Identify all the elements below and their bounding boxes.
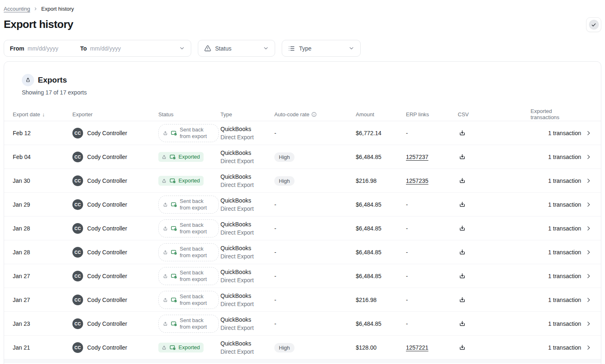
download-icon	[459, 344, 466, 351]
avatar: CC	[72, 175, 83, 186]
type-filter-label: Type	[299, 45, 345, 52]
download-icon	[459, 320, 466, 327]
download-icon	[459, 153, 466, 161]
table-row[interactable]: Feb 04 CC Cody Controller Exported Quick…	[4, 145, 601, 169]
erp-link: -	[406, 273, 408, 279]
auto-code-cell: -	[274, 249, 356, 256]
table-row[interactable]: Jan 27 CC Cody Controller Sent back from…	[4, 288, 601, 312]
type-cell: QuickBooks Direct Export	[220, 196, 274, 213]
table-row[interactable]: Feb 12 CC Cody Controller Sent back from…	[4, 121, 601, 145]
exporter-cell: CC Cody Controller	[72, 247, 158, 258]
transactions-count: 1 transaction	[548, 177, 581, 184]
type-cell: QuickBooks Direct Export	[220, 316, 274, 332]
csv-download-button[interactable]	[458, 295, 467, 304]
erp-link: -	[406, 320, 408, 327]
table-row[interactable]: Jan 28 CC Cody Controller Sent back from…	[4, 240, 601, 264]
auto-code-badge: -	[274, 201, 276, 208]
download-icon	[459, 296, 466, 304]
status-filter-dropdown[interactable]: Status	[198, 40, 275, 57]
filter-bar: From To Status Type	[4, 40, 601, 57]
erp-link-cell: -	[406, 201, 458, 208]
to-date-input[interactable]	[90, 45, 176, 52]
row-chevron-right-icon[interactable]	[585, 249, 592, 256]
erp-link[interactable]: 1257235	[406, 177, 429, 184]
column-header-export-date[interactable]: Export date ↓	[13, 111, 72, 117]
breadcrumb-accounting-link[interactable]: Accounting	[4, 6, 30, 12]
chevron-down-icon	[263, 45, 269, 51]
avatar: CC	[72, 342, 83, 353]
table-row[interactable]: Jan 29 CC Cody Controller Sent back from…	[4, 193, 601, 217]
status-badge: Sent back from export	[158, 243, 219, 261]
send-back-icon	[161, 345, 167, 350]
exported-check-icon	[171, 249, 177, 256]
date-range-filter[interactable]: From To	[4, 40, 191, 57]
csv-cell	[458, 272, 531, 281]
amount: $6,484.85	[356, 225, 406, 232]
avatar: CC	[72, 128, 83, 138]
erp-link-cell: -	[406, 249, 458, 256]
avatar: CC	[72, 271, 83, 281]
row-chevron-right-icon[interactable]	[585, 344, 592, 351]
status-label: Sent back from export	[180, 270, 213, 283]
csv-download-button[interactable]	[458, 248, 467, 257]
csv-download-button[interactable]	[458, 200, 467, 209]
exported-check-icon	[169, 344, 176, 351]
table-row[interactable]: Jan 21 CC Cody Controller Exported Quick…	[4, 336, 601, 359]
info-icon[interactable]	[311, 112, 317, 117]
csv-download-button[interactable]	[458, 319, 467, 328]
erp-link-cell: -	[406, 130, 458, 136]
csv-download-button[interactable]	[458, 272, 467, 281]
csv-download-button[interactable]	[458, 176, 467, 185]
status-cell: Sent back from export	[158, 243, 220, 261]
transactions-count: 1 transaction	[548, 297, 581, 303]
export-type: QuickBooks	[220, 125, 274, 133]
row-chevron-right-icon[interactable]	[585, 177, 592, 184]
auto-code-cell: High	[274, 344, 356, 351]
status-check-button[interactable]	[586, 17, 601, 32]
list-icon	[288, 45, 295, 52]
table-row[interactable]: Jan 30 CC Cody Controller Exported Quick…	[4, 169, 601, 193]
export-date: Jan 28	[13, 249, 72, 256]
download-icon	[459, 272, 466, 280]
export-type: QuickBooks	[220, 339, 274, 348]
column-header-exported-transactions: Exported transactions	[531, 108, 581, 120]
table-row[interactable]: Jan 28 CC Cody Controller Sent back from…	[4, 217, 601, 240]
auto-code-badge: -	[274, 249, 276, 256]
status-cell: Exported	[158, 176, 220, 186]
auto-code-badge: -	[274, 273, 276, 279]
erp-link[interactable]: 1257237	[406, 154, 429, 160]
status-cell: Sent back from export	[158, 196, 220, 214]
row-chevron-right-icon[interactable]	[585, 130, 592, 136]
status-label: Sent back from export	[180, 317, 213, 330]
send-back-icon	[161, 178, 167, 184]
amount: $6,484.85	[356, 273, 406, 279]
exporter-name: Cody Controller	[87, 273, 127, 279]
row-chevron-right-icon[interactable]	[585, 154, 592, 160]
from-date-input[interactable]	[28, 45, 77, 52]
page-title: Export history	[4, 18, 601, 31]
type-filter-dropdown[interactable]: Type	[282, 40, 361, 57]
status-badge: Sent back from export	[158, 315, 219, 333]
export-subtype: Direct Export	[220, 228, 274, 237]
erp-link-cell: -	[406, 297, 458, 303]
table-row[interactable]: Jan 23 CC Cody Controller Sent back from…	[4, 312, 601, 336]
csv-download-button[interactable]	[458, 129, 467, 138]
exported-check-icon	[169, 177, 176, 184]
csv-download-button[interactable]	[458, 343, 467, 352]
erp-link[interactable]: 1257221	[406, 344, 429, 351]
chevron-right-icon	[33, 7, 38, 11]
type-cell: QuickBooks Direct Export	[220, 125, 274, 141]
table-row[interactable]: Jan 27 CC Cody Controller Sent back from…	[4, 264, 601, 288]
csv-download-button[interactable]	[458, 224, 467, 233]
row-chevron-right-icon[interactable]	[585, 297, 592, 303]
type-cell: QuickBooks Direct Export	[220, 173, 274, 189]
csv-download-button[interactable]	[458, 152, 467, 161]
avatar: CC	[72, 223, 83, 234]
row-chevron-right-icon[interactable]	[585, 201, 592, 208]
row-chevron-right-icon[interactable]	[585, 225, 592, 232]
transactions-count: 1 transaction	[548, 273, 581, 279]
row-chevron-right-icon[interactable]	[585, 273, 592, 279]
csv-cell	[458, 319, 531, 328]
row-chevron-right-icon[interactable]	[585, 320, 592, 327]
export-type: QuickBooks	[220, 173, 274, 181]
